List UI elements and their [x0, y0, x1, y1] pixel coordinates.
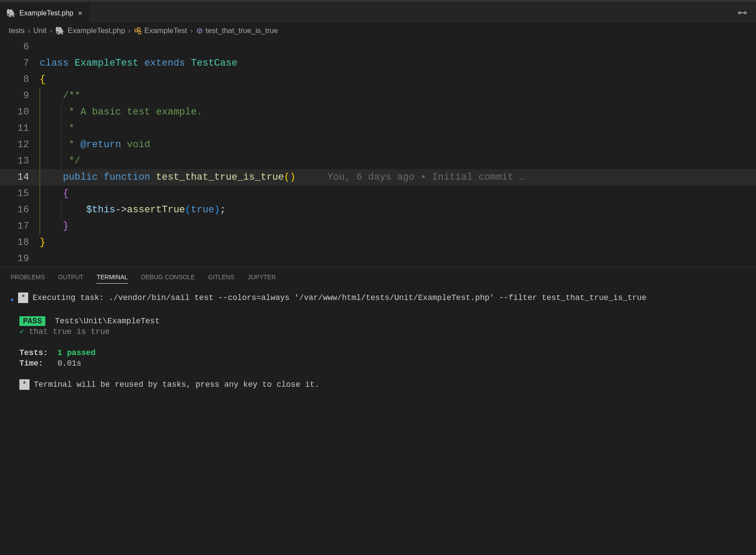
tab-debug-console[interactable]: DEBUG CONSOLE	[141, 274, 195, 284]
task-prefix: Executing task:	[33, 293, 109, 302]
line-number: 13	[0, 153, 40, 169]
line-number: 8	[0, 71, 40, 88]
chevron-right-icon: ›	[49, 26, 53, 35]
crumb-file[interactable]: ExampleTest.php	[67, 26, 125, 35]
line-number: 19	[0, 251, 40, 267]
git-blame-annotation: You, 6 days ago • Initial commit …	[327, 172, 525, 183]
tab-terminal[interactable]: TERMINAL	[96, 274, 128, 284]
line-number: 9	[0, 88, 40, 104]
tab-problems[interactable]: PROBLEMS	[11, 274, 45, 284]
breadcrumb[interactable]: tests › Unit › 🐘 ExampleTest.php › Examp…	[0, 23, 756, 39]
php-icon: 🐘	[55, 27, 65, 35]
test-suite-name: Tests\Unit\ExampleTest	[55, 317, 160, 326]
tab-gitlens[interactable]: GITLENS	[208, 274, 234, 284]
crumb-method[interactable]: test_that_true_is_true	[206, 26, 278, 35]
chevron-right-icon: ›	[128, 26, 131, 35]
check-icon: ✓	[19, 327, 24, 336]
tab-exampletest[interactable]: 🐘 ExampleTest.php ×	[0, 3, 90, 23]
tab-label: ExampleTest.php	[19, 9, 74, 17]
task-command: ./vendor/bin/sail test --colors=always '…	[109, 293, 647, 302]
tab-jupyter[interactable]: JUPYTER	[248, 274, 276, 284]
chevron-right-icon: ›	[190, 26, 193, 35]
line-number: 11	[0, 120, 40, 137]
task-star-box: *	[18, 292, 28, 303]
tests-value: 1 passed	[57, 348, 95, 357]
close-icon[interactable]: ×	[77, 9, 84, 17]
line-number: 18	[0, 234, 40, 251]
editor[interactable]: 6 7 class ExampleTest extends TestCase 8…	[0, 39, 756, 267]
line-number: 12	[0, 137, 40, 153]
task-star-box: *	[19, 379, 30, 390]
time-label: Time:	[19, 359, 43, 368]
terminal-output[interactable]: ● * Executing task: ./vendor/bin/sail te…	[11, 292, 745, 390]
svg-point-1	[744, 12, 746, 14]
compare-changes-icon[interactable]	[737, 8, 747, 18]
pass-badge: PASS	[19, 316, 45, 326]
line-number: 14	[0, 169, 40, 185]
svg-rect-3	[137, 28, 140, 30]
line-number: 10	[0, 104, 40, 120]
php-icon: 🐘	[6, 9, 16, 17]
line-number: 15	[0, 185, 40, 202]
test-name: that true is true	[29, 327, 110, 336]
editor-tabs: 🐘 ExampleTest.php ×	[0, 3, 756, 23]
svg-point-0	[738, 12, 741, 14]
panel: PROBLEMS OUTPUT TERMINAL DEBUG CONSOLE G…	[0, 267, 756, 395]
panel-tabs: PROBLEMS OUTPUT TERMINAL DEBUG CONSOLE G…	[11, 267, 745, 286]
line-number: 7	[0, 55, 40, 71]
symbol-method-icon	[196, 27, 203, 34]
line-number: 17	[0, 218, 40, 234]
time-value: 0.01s	[57, 359, 81, 368]
chevron-right-icon: ›	[27, 26, 31, 35]
line-number: 16	[0, 202, 40, 218]
crumb-unit[interactable]: Unit	[33, 26, 47, 35]
svg-rect-2	[135, 30, 137, 32]
terminal-reuse-message: Terminal will be reused by tasks, press …	[34, 379, 319, 390]
tests-label: Tests:	[19, 348, 48, 357]
task-indicator-dot: ●	[11, 292, 14, 305]
symbol-class-icon	[134, 27, 142, 35]
crumb-tests[interactable]: tests	[9, 26, 25, 35]
crumb-class[interactable]: ExampleTest	[145, 26, 187, 35]
svg-rect-4	[138, 31, 141, 34]
line-number: 6	[0, 39, 40, 55]
tab-output[interactable]: OUTPUT	[58, 274, 84, 284]
